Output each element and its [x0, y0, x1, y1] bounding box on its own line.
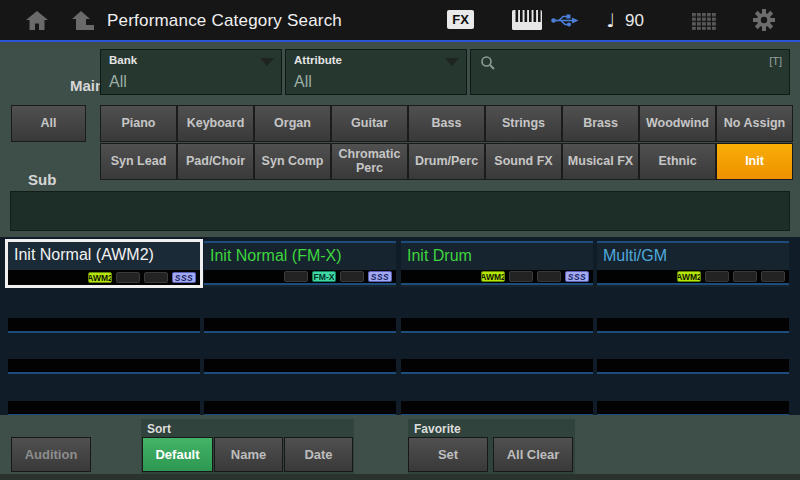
empty-badge	[537, 271, 561, 282]
sort-default-button[interactable]: Default	[142, 437, 213, 472]
empty-result-slot	[597, 401, 789, 416]
result-item-badge-bar: FM-X SSS	[204, 270, 396, 285]
settings-gear-icon[interactable]	[753, 9, 775, 31]
empty-badge	[705, 271, 729, 282]
empty-result-slot	[8, 359, 200, 374]
tempo-note-icon: ♩	[606, 9, 615, 31]
chevron-down-icon[interactable]	[260, 58, 274, 66]
attribute-dropdown[interactable]: Attribute All	[285, 49, 467, 95]
sub-category-label: Sub	[28, 171, 56, 188]
empty-badge	[116, 272, 140, 283]
result-item-selected[interactable]: Init Normal (AWM2) AWM2 SSS	[5, 239, 203, 288]
search-input[interactable]: [T]	[470, 49, 790, 95]
empty-result-slot	[597, 318, 789, 333]
category-padchoir-button[interactable]: Pad/Choir	[177, 143, 254, 180]
category-drumperc-button[interactable]: Drum/Perc	[408, 143, 485, 180]
category-bass-button[interactable]: Bass	[408, 105, 485, 142]
category-organ-button[interactable]: Organ	[254, 105, 331, 142]
usb-icon	[550, 12, 580, 29]
category-all-button[interactable]: All	[11, 105, 86, 142]
category-chromaticperc-button[interactable]: Chromatic Perc	[331, 143, 408, 180]
sort-name-button[interactable]: Name	[214, 437, 283, 472]
category-ethnic-button[interactable]: Ethnic	[639, 143, 716, 180]
category-syncomp-button[interactable]: Syn Comp	[254, 143, 331, 180]
result-item[interactable]: Init Drum AWM2 SSS	[401, 241, 593, 287]
sss-badge: SSS	[172, 272, 196, 283]
bank-dropdown-label: Bank	[109, 54, 137, 66]
awm2-badge: AWM2	[481, 271, 505, 282]
empty-badge	[340, 271, 364, 282]
result-item-name: Init Drum	[401, 243, 593, 270]
bank-dropdown-value: All	[109, 73, 127, 91]
awm2-badge: AWM2	[677, 271, 701, 282]
empty-result-slot	[401, 359, 593, 374]
empty-badge	[509, 271, 533, 282]
bank-dropdown[interactable]: Bank All	[100, 49, 282, 95]
up-exit-icon[interactable]	[72, 11, 94, 30]
sub-category-area	[10, 191, 790, 231]
empty-badge	[761, 271, 785, 282]
audition-button[interactable]: Audition	[11, 437, 91, 472]
category-strings-button[interactable]: Strings	[485, 105, 562, 142]
footer-bar: Audition Sort Default Name Date Favorite…	[0, 415, 800, 480]
fmx-badge: FM-X	[312, 271, 336, 282]
category-init-button[interactable]: Init	[716, 143, 793, 180]
awm2-badge: AWM2	[88, 272, 112, 283]
tempo-value[interactable]: 90	[625, 11, 644, 31]
text-entry-hint: [T]	[769, 55, 782, 67]
result-item-badge-bar: AWM2 SSS	[8, 270, 200, 285]
keyboard-icon[interactable]	[512, 10, 542, 30]
attribute-dropdown-label: Attribute	[294, 54, 342, 66]
empty-result-slot	[204, 318, 396, 333]
empty-badge	[284, 271, 308, 282]
sort-group-label: Sort	[147, 422, 171, 436]
result-item[interactable]: Init Normal (FM-X) FM-X SSS	[204, 241, 396, 287]
empty-result-slot	[401, 318, 593, 333]
category-soundfx-button[interactable]: Sound FX	[485, 143, 562, 180]
result-item-name: Init Normal (FM-X)	[204, 243, 396, 270]
sss-badge: SSS	[368, 271, 392, 282]
category-piano-button[interactable]: Piano	[100, 105, 177, 142]
result-item-badge-bar: AWM2 SSS	[401, 270, 593, 285]
attribute-dropdown-value: All	[294, 73, 312, 91]
category-noassign-button[interactable]: No Assign	[716, 105, 793, 142]
sort-date-button[interactable]: Date	[284, 437, 353, 472]
title-bar: Performance Category Search FX ♩ 90	[0, 0, 800, 42]
sss-badge: SSS	[565, 271, 589, 282]
empty-badge	[733, 271, 757, 282]
result-item[interactable]: Multi/GM AWM2	[597, 241, 789, 287]
performance-category-search-screen: Performance Category Search FX ♩ 90	[0, 0, 800, 480]
empty-result-slot	[204, 401, 396, 416]
fx-button[interactable]: FX	[447, 10, 474, 29]
favorite-set-button[interactable]: Set	[408, 437, 488, 472]
chevron-down-icon[interactable]	[445, 58, 459, 66]
result-item-name: Multi/GM	[597, 243, 789, 270]
empty-result-slot	[8, 318, 200, 333]
performance-result-list: Init Normal (AWM2) AWM2 SSS Init Normal …	[0, 237, 800, 415]
category-brass-button[interactable]: Brass	[562, 105, 639, 142]
category-guitar-button[interactable]: Guitar	[331, 105, 408, 142]
page-title: Performance Category Search	[107, 11, 342, 31]
empty-result-slot	[597, 359, 789, 374]
result-item-name: Init Normal (AWM2)	[8, 242, 200, 270]
empty-result-slot	[204, 359, 396, 374]
category-keyboard-button[interactable]: Keyboard	[177, 105, 254, 142]
category-synlead-button[interactable]: Syn Lead	[100, 143, 177, 180]
empty-result-slot	[401, 401, 593, 416]
result-item-badge-bar: AWM2	[597, 270, 789, 285]
empty-result-slot	[8, 401, 200, 416]
home-icon[interactable]	[26, 11, 48, 30]
screen-bottom-edge	[0, 474, 800, 480]
favorite-allclear-button[interactable]: All Clear	[493, 437, 573, 472]
search-icon	[480, 55, 496, 71]
empty-badge	[144, 272, 168, 283]
live-set-grid-icon[interactable]	[692, 13, 717, 30]
category-woodwind-button[interactable]: Woodwind	[639, 105, 716, 142]
category-musicalfx-button[interactable]: Musical FX	[562, 143, 639, 180]
favorite-group-label: Favorite	[414, 422, 461, 436]
